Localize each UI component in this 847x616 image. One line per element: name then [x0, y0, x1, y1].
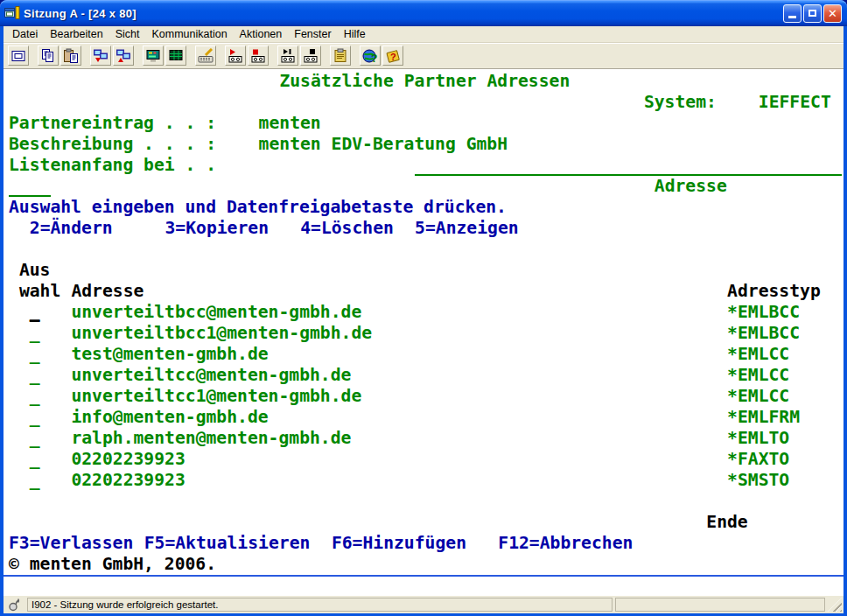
- clipboard-button[interactable]: [330, 46, 351, 66]
- receive-file-button[interactable]: [113, 46, 134, 66]
- terminal-text: IEFFECT: [759, 92, 831, 113]
- svg-text:?: ?: [371, 52, 377, 64]
- terminal-text: Zusätzliche Partner Adressen: [279, 71, 570, 92]
- option-field[interactable]: _: [30, 365, 40, 386]
- type-cell: *FAXTO: [727, 449, 789, 470]
- menu-item-kommunikation[interactable]: Kommunikation: [145, 27, 233, 42]
- option-field[interactable]: _: [30, 449, 40, 470]
- status-bar: I902 - Sitzung wurde erfolgreich gestart…: [4, 596, 844, 613]
- menu-item-fenster[interactable]: Fenster: [288, 27, 337, 42]
- status-aux-panel: [615, 598, 825, 612]
- address-cell: 02202239923: [71, 470, 185, 491]
- maximize-button[interactable]: [803, 4, 822, 23]
- address-cell: unverteiltbcc1@menten-gmbh.de: [71, 323, 372, 344]
- paste-icon: [63, 48, 79, 64]
- terminal-text: Aus: [19, 260, 51, 281]
- window-title: Sitzung A - [24 x 80]: [24, 7, 783, 20]
- address-cell: unverteiltcc1@menten-gmbh.de: [71, 386, 361, 407]
- display-setup-icon: [145, 48, 161, 64]
- close-icon: ✕: [828, 8, 837, 19]
- menu-item-bearbeiten[interactable]: Bearbeiten: [44, 27, 108, 42]
- address-cell: 02202239923: [71, 449, 185, 470]
- oia-strip: [4, 577, 844, 596]
- terminal-text: Ende: [706, 512, 747, 533]
- type-cell: *EMLFRM: [727, 407, 800, 428]
- session-status-icon: [5, 597, 24, 612]
- send-file-icon: [93, 48, 108, 64]
- terminal-text: System:: [644, 92, 717, 113]
- help-icon: ?: [385, 48, 401, 64]
- paste-button[interactable]: [60, 46, 81, 66]
- terminal-text: 3=Kopieren: [165, 218, 270, 239]
- toolbar: ? ?: [4, 43, 844, 69]
- macro-play-icon: [228, 48, 243, 64]
- type-cell: *EMLCC: [727, 365, 789, 386]
- menu-item-hilfe[interactable]: Hilfe: [338, 27, 372, 42]
- terminal-text: menten EDV-Beratung GmbH: [259, 134, 508, 155]
- send-file-button[interactable]: [90, 46, 111, 66]
- type-cell: *SMSTO: [727, 470, 789, 491]
- minimize-button[interactable]: [783, 4, 802, 23]
- terminal-text: © menten GmbH, 2006.: [9, 554, 216, 575]
- minimize-icon: [788, 16, 796, 18]
- terminal-text: Beschreibung . . . :: [9, 134, 216, 155]
- terminal-text: 4=Löschen: [300, 218, 394, 239]
- terminal-text: Adresse: [654, 176, 727, 197]
- macro-stop-button[interactable]: [300, 46, 321, 66]
- menu-item-aktionen[interactable]: Aktionen: [234, 27, 289, 42]
- terminal-text: 5=Anzeigen: [415, 218, 519, 239]
- terminal-text: wahl: [19, 281, 60, 302]
- color-setup-icon: [168, 48, 184, 64]
- type-cell: *EMLBCC: [727, 302, 800, 323]
- clipboard-icon: [332, 48, 348, 64]
- address-cell: ralph.menten@menten-gmbh.de: [71, 428, 351, 449]
- type-cell: *EMLCC: [727, 344, 789, 365]
- color-setup-button[interactable]: [165, 46, 186, 66]
- maximize-icon: [808, 10, 816, 17]
- keyboard-setup-button[interactable]: [195, 46, 216, 66]
- option-field[interactable]: _: [30, 386, 40, 407]
- terminal-text: F5=Aktualisieren: [144, 533, 311, 554]
- keyboard-setup-icon: [198, 48, 214, 64]
- menu-item-datei[interactable]: Datei: [6, 27, 44, 42]
- option-field[interactable]: _: [30, 428, 40, 449]
- help-button[interactable]: ?: [382, 46, 403, 66]
- input-field[interactable]: [415, 155, 842, 176]
- web-help-button[interactable]: ?: [360, 46, 381, 66]
- close-button[interactable]: ✕: [823, 4, 842, 23]
- display-setup-button[interactable]: [143, 46, 164, 66]
- address-cell: test@menten-gmbh.de: [71, 344, 268, 365]
- option-field[interactable]: _: [30, 323, 40, 344]
- receive-file-icon: [116, 48, 131, 64]
- macro-record-button[interactable]: [248, 46, 269, 66]
- terminal-text: Adresse: [71, 281, 144, 302]
- app-icon: [4, 6, 20, 20]
- window-frame: Datei Bearbeiten Sicht Kommunikation Akt…: [0, 26, 847, 616]
- resize-grip[interactable]: [828, 598, 842, 612]
- application-window: Sitzung A - [24 x 80] ✕ Datei Bearbeiten…: [0, 0, 847, 616]
- option-field[interactable]: _: [30, 470, 40, 491]
- terminal-text: menten: [259, 113, 321, 134]
- address-cell: unverteiltbcc@menten-gmbh.de: [71, 302, 361, 323]
- terminal-text: F3=Verlassen: [9, 533, 133, 554]
- macro-play-button[interactable]: [225, 46, 246, 66]
- option-field[interactable]: _: [30, 407, 40, 428]
- input-field[interactable]: [9, 176, 51, 197]
- terminal-screen[interactable]: Zusätzliche Partner AdressenSystem:IEFFE…: [4, 69, 844, 577]
- macro-resume-button[interactable]: [277, 46, 298, 66]
- option-field[interactable]: _: [30, 302, 40, 323]
- option-field[interactable]: _: [30, 344, 40, 365]
- screen-button[interactable]: [8, 46, 29, 66]
- macro-record-icon: [250, 48, 266, 64]
- svg-text:?: ?: [390, 51, 396, 61]
- terminal-text: Partnereintrag . . :: [9, 113, 216, 134]
- terminal-text: F6=Hinzufügen: [332, 533, 466, 554]
- menu-item-sicht[interactable]: Sicht: [109, 27, 146, 42]
- type-cell: *EMLBCC: [727, 323, 800, 344]
- title-bar[interactable]: Sitzung A - [24 x 80] ✕: [0, 0, 847, 26]
- address-cell: unverteiltcc@menten-gmbh.de: [71, 365, 351, 386]
- screen-icon: [10, 48, 26, 64]
- type-cell: *EMLCC: [727, 386, 789, 407]
- copy-button[interactable]: [38, 46, 59, 66]
- copy-icon: [40, 48, 56, 64]
